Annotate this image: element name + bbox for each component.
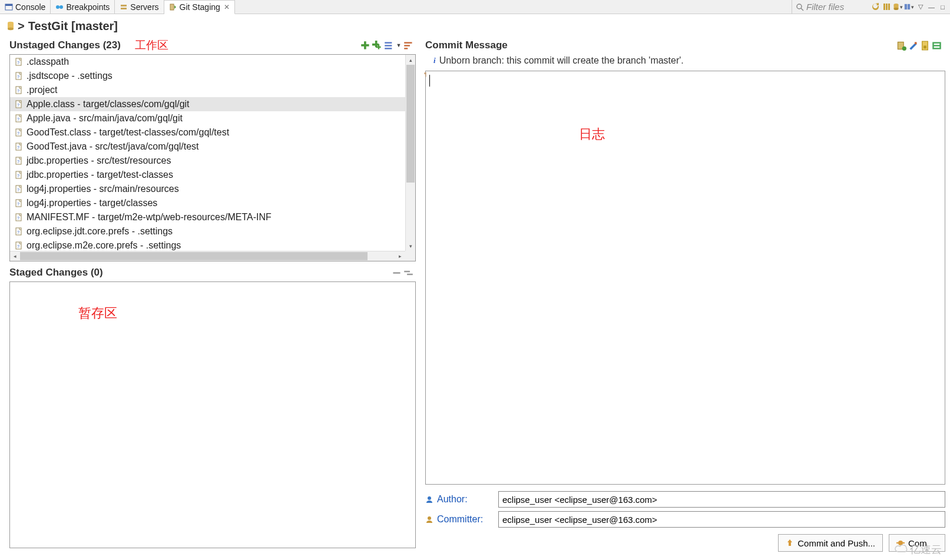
- changeid-icon[interactable]: [920, 41, 930, 51]
- svg-text:?: ?: [17, 174, 19, 178]
- tab-console[interactable]: Console: [0, 0, 51, 14]
- columns-icon[interactable]: [882, 2, 892, 12]
- minimize-icon[interactable]: —: [926, 2, 936, 12]
- svg-rect-15: [905, 4, 907, 9]
- repo-name: TestGit: [28, 19, 68, 33]
- amend-icon[interactable]: [896, 41, 906, 51]
- add-all-icon[interactable]: [372, 41, 382, 51]
- list-item[interactable]: ?Apple.class - target/classes/com/gql/gi…: [10, 97, 415, 111]
- file-icon: ?: [15, 100, 23, 108]
- list-item[interactable]: ?GoodTest.class - target/test-classes/co…: [10, 125, 415, 140]
- file-label: Apple.java - src/main/java/com/gql/git: [27, 113, 183, 124]
- svg-text:?: ?: [17, 89, 19, 93]
- commit-info: i Unborn branch: this commit will create…: [425, 53, 945, 68]
- filter-files[interactable]: Filter files: [792, 0, 868, 14]
- committer-icon: [425, 515, 433, 523]
- svg-rect-29: [404, 42, 412, 43]
- remove-all-icon[interactable]: [403, 268, 413, 278]
- committer-label: Committer:: [437, 514, 495, 525]
- staged-title: Staged Changes (0): [1, 267, 103, 279]
- svg-rect-1: [5, 4, 12, 6]
- breakpoints-icon: [55, 3, 64, 11]
- remove-icon[interactable]: [392, 268, 402, 278]
- author-input[interactable]: [498, 491, 945, 508]
- scrollbar-vertical[interactable]: ▴ ▾: [405, 55, 415, 251]
- annotation-stage: 暂存区: [78, 304, 117, 322]
- scroll-right-icon[interactable]: ▸: [395, 251, 405, 261]
- list-item[interactable]: ?jdbc.properties - target/test-classes: [10, 168, 415, 182]
- file-label: org.eclipse.m2e.core.prefs - .settings: [27, 240, 181, 251]
- list-item[interactable]: ?jdbc.properties - src/test/resources: [10, 154, 415, 168]
- svg-text:?: ?: [17, 103, 19, 107]
- author-label: Author:: [437, 494, 495, 505]
- tab-servers[interactable]: Servers: [115, 0, 164, 14]
- list-item[interactable]: ?GoodTest.java - src/test/java/com/gql/t…: [10, 140, 415, 154]
- svg-rect-16: [908, 4, 910, 9]
- tab-label: Git Staging: [180, 2, 220, 12]
- scroll-up-icon[interactable]: ▴: [406, 55, 415, 65]
- file-icon: ?: [15, 143, 23, 151]
- unstaged-list[interactable]: ?.classpath?.jsdtscope - .settings?.proj…: [9, 54, 416, 261]
- presentation-icon[interactable]: [384, 41, 394, 51]
- svg-rect-65: [915, 42, 917, 44]
- list-item[interactable]: ?log4j.properties - target/classes: [10, 196, 415, 210]
- svg-line-8: [801, 8, 803, 11]
- preview-icon[interactable]: [932, 41, 942, 51]
- file-label: jdbc.properties - src/test/resources: [27, 155, 171, 166]
- commit-header: Commit Message: [425, 38, 945, 53]
- repo-prefix: >: [18, 19, 25, 33]
- refresh-icon[interactable]: [870, 2, 881, 12]
- signoff-icon[interactable]: [908, 41, 918, 51]
- git-staging-icon: [169, 3, 177, 11]
- add-icon[interactable]: [360, 41, 370, 51]
- svg-rect-5: [121, 8, 127, 9]
- file-icon: ?: [15, 241, 23, 250]
- file-label: jdbc.properties - target/test-classes: [27, 170, 173, 180]
- svg-text:?: ?: [17, 75, 19, 79]
- file-label: org.eclipse.jdt.core.prefs - .settings: [27, 226, 173, 237]
- file-icon: ?: [15, 213, 23, 221]
- list-item[interactable]: ?.classpath: [10, 55, 415, 69]
- svg-rect-26: [385, 42, 392, 43]
- scroll-down-icon[interactable]: ▾: [406, 241, 415, 251]
- tab-git-staging[interactable]: Git Staging ✕: [164, 0, 235, 14]
- servers-icon: [120, 3, 128, 11]
- presentation-dropdown-icon[interactable]: ▼: [396, 41, 402, 51]
- file-label: GoodTest.java - src/test/java/com/gql/te…: [27, 141, 199, 152]
- file-icon: ?: [15, 86, 23, 94]
- svg-point-14: [894, 8, 899, 10]
- list-item[interactable]: ?MANIFEST.MF - target/m2e-wtp/web-resour…: [10, 210, 415, 224]
- tab-toolbar: ▽ — □: [868, 0, 950, 14]
- list-item[interactable]: ?Apple.java - src/main/java/com/gql/git: [10, 111, 415, 125]
- committer-input[interactable]: [498, 511, 945, 528]
- svg-rect-21: [361, 44, 369, 47]
- scroll-left-icon[interactable]: ◂: [10, 251, 20, 261]
- tab-breakpoints[interactable]: Breakpoints: [51, 0, 115, 14]
- list-item[interactable]: ?log4j.properties - src/main/resources: [10, 182, 415, 196]
- commit-info-text: Unborn branch: this commit will create t…: [439, 55, 684, 66]
- layout-dropdown-icon[interactable]: [904, 2, 914, 12]
- list-item[interactable]: ?org.eclipse.jdt.core.prefs - .settings: [10, 224, 415, 238]
- list-item[interactable]: ?.jsdtscope - .settings: [10, 69, 415, 83]
- svg-point-72: [428, 516, 431, 520]
- author-row: Author:: [425, 489, 945, 509]
- button-label: Commit and Push...: [797, 538, 875, 548]
- file-icon: ?: [15, 227, 23, 236]
- commit-message-input[interactable]: ¶ 日志: [425, 71, 945, 485]
- repo-dropdown-icon[interactable]: [893, 2, 903, 12]
- file-icon: ?: [15, 128, 23, 137]
- sort-icon[interactable]: [403, 41, 413, 51]
- staged-list[interactable]: 暂存区: [9, 281, 416, 548]
- committer-row: Committer:: [425, 509, 945, 529]
- commit-and-push-button[interactable]: Commit and Push...: [778, 534, 883, 552]
- view-menu-icon[interactable]: ▽: [915, 2, 925, 12]
- commit-title: Commit Message: [425, 39, 508, 51]
- list-item[interactable]: ?.project: [10, 83, 415, 97]
- svg-point-7: [797, 4, 802, 9]
- maximize-icon[interactable]: □: [938, 2, 948, 12]
- close-icon[interactable]: ✕: [224, 3, 230, 11]
- svg-text:?: ?: [17, 117, 19, 121]
- tab-label: Servers: [130, 2, 158, 12]
- svg-rect-69: [934, 43, 940, 44]
- scrollbar-horizontal[interactable]: ◂ ▸: [10, 251, 405, 261]
